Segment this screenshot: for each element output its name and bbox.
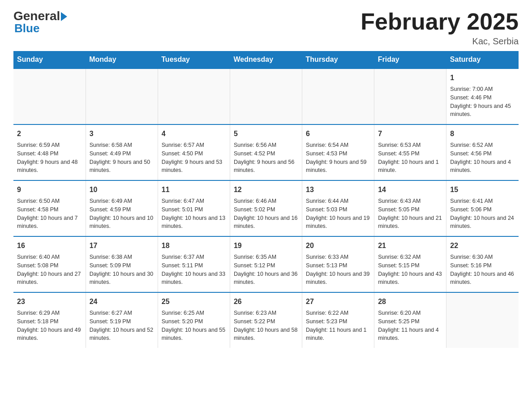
day-number: 8 [450,128,515,139]
calendar-cell: 2Sunrise: 6:59 AMSunset: 4:48 PMDaylight… [13,124,86,180]
day-number: 18 [162,240,226,251]
day-number: 10 [90,184,154,195]
day-info: Sunrise: 6:22 AMSunset: 5:23 PMDaylight:… [306,309,370,342]
weekday-header-monday: Monday [86,51,158,68]
calendar-cell: 15Sunrise: 6:41 AMSunset: 5:06 PMDayligh… [446,180,519,236]
calendar-body: 1Sunrise: 7:00 AMSunset: 4:46 PMDaylight… [13,68,519,348]
header: General Blue February 2025 Kac, Serbia [13,9,519,47]
logo: General Blue [13,9,67,35]
logo-arrow-icon [61,12,67,21]
calendar-cell: 23Sunrise: 6:29 AMSunset: 5:18 PMDayligh… [13,292,86,348]
calendar-cell [230,68,302,124]
calendar-cell: 18Sunrise: 6:37 AMSunset: 5:11 PMDayligh… [158,236,230,292]
day-number: 12 [234,184,298,195]
day-number: 17 [90,240,154,251]
calendar-cell: 22Sunrise: 6:30 AMSunset: 5:16 PMDayligh… [446,236,519,292]
day-info: Sunrise: 6:50 AMSunset: 4:58 PMDaylight:… [17,197,82,231]
day-number: 6 [306,128,370,139]
day-info: Sunrise: 6:35 AMSunset: 5:12 PMDaylight:… [234,253,298,287]
title-block: February 2025 Kac, Serbia [360,9,519,47]
day-info: Sunrise: 6:30 AMSunset: 5:16 PMDaylight:… [450,253,515,287]
day-info: Sunrise: 6:52 AMSunset: 4:56 PMDaylight:… [450,141,515,175]
day-number: 1 [450,73,515,83]
day-info: Sunrise: 6:43 AMSunset: 5:05 PMDaylight:… [378,197,442,231]
day-info: Sunrise: 6:56 AMSunset: 4:52 PMDaylight:… [234,141,298,175]
day-info: Sunrise: 6:37 AMSunset: 5:11 PMDaylight:… [162,253,226,287]
day-info: Sunrise: 6:20 AMSunset: 5:25 PMDaylight:… [378,309,442,342]
calendar-cell: 27Sunrise: 6:22 AMSunset: 5:23 PMDayligh… [302,292,374,348]
day-info: Sunrise: 7:00 AMSunset: 4:46 PMDaylight:… [450,85,515,119]
subtitle: Kac, Serbia [360,36,519,47]
day-info: Sunrise: 6:49 AMSunset: 4:59 PMDaylight:… [90,197,154,231]
day-info: Sunrise: 6:59 AMSunset: 4:48 PMDaylight:… [17,141,82,175]
weekday-header-sunday: Sunday [13,51,86,68]
day-number: 27 [306,296,370,307]
day-number: 25 [162,296,226,307]
calendar-cell [374,68,446,124]
calendar-cell: 11Sunrise: 6:47 AMSunset: 5:01 PMDayligh… [158,180,230,236]
day-info: Sunrise: 6:53 AMSunset: 4:55 PMDaylight:… [378,141,442,175]
calendar-cell: 9Sunrise: 6:50 AMSunset: 4:58 PMDaylight… [13,180,86,236]
day-number: 22 [450,240,515,251]
calendar-cell: 6Sunrise: 6:54 AMSunset: 4:53 PMDaylight… [302,124,374,180]
day-info: Sunrise: 6:25 AMSunset: 5:20 PMDaylight:… [162,309,226,342]
calendar-cell [13,68,86,124]
day-info: Sunrise: 6:46 AMSunset: 5:02 PMDaylight:… [234,197,298,231]
day-info: Sunrise: 6:54 AMSunset: 4:53 PMDaylight:… [306,141,370,175]
day-info: Sunrise: 6:32 AMSunset: 5:15 PMDaylight:… [378,253,442,287]
calendar-week-row: 16Sunrise: 6:40 AMSunset: 5:08 PMDayligh… [13,236,519,292]
calendar-header: SundayMondayTuesdayWednesdayThursdayFrid… [13,51,519,68]
day-number: 11 [162,184,226,195]
day-info: Sunrise: 6:58 AMSunset: 4:49 PMDaylight:… [90,141,154,175]
weekday-header-thursday: Thursday [302,51,374,68]
day-info: Sunrise: 6:27 AMSunset: 5:19 PMDaylight:… [90,309,154,342]
day-info: Sunrise: 6:23 AMSunset: 5:22 PMDaylight:… [234,309,298,342]
calendar-cell: 8Sunrise: 6:52 AMSunset: 4:56 PMDaylight… [446,124,519,180]
calendar-cell: 17Sunrise: 6:38 AMSunset: 5:09 PMDayligh… [86,236,158,292]
day-info: Sunrise: 6:44 AMSunset: 5:03 PMDaylight:… [306,197,370,231]
weekday-header-row: SundayMondayTuesdayWednesdayThursdayFrid… [13,51,519,68]
calendar-cell: 28Sunrise: 6:20 AMSunset: 5:25 PMDayligh… [374,292,446,348]
day-number: 3 [90,128,154,139]
calendar-week-row: 2Sunrise: 6:59 AMSunset: 4:48 PMDaylight… [13,124,519,180]
day-info: Sunrise: 6:38 AMSunset: 5:09 PMDaylight:… [90,253,154,287]
day-number: 23 [17,296,82,307]
day-number: 5 [234,128,298,139]
calendar-cell [302,68,374,124]
day-number: 13 [306,184,370,195]
calendar-cell: 14Sunrise: 6:43 AMSunset: 5:05 PMDayligh… [374,180,446,236]
calendar-cell [86,68,158,124]
calendar-week-row: 1Sunrise: 7:00 AMSunset: 4:46 PMDaylight… [13,68,519,124]
weekday-header-wednesday: Wednesday [230,51,302,68]
day-info: Sunrise: 6:33 AMSunset: 5:13 PMDaylight:… [306,253,370,287]
weekday-header-friday: Friday [374,51,446,68]
calendar-cell: 21Sunrise: 6:32 AMSunset: 5:15 PMDayligh… [374,236,446,292]
weekday-header-tuesday: Tuesday [158,51,230,68]
calendar-cell: 20Sunrise: 6:33 AMSunset: 5:13 PMDayligh… [302,236,374,292]
day-number: 20 [306,240,370,251]
day-number: 26 [234,296,298,307]
day-number: 15 [450,184,515,195]
day-number: 16 [17,240,82,251]
logo-blue-text: Blue [14,21,39,35]
day-info: Sunrise: 6:29 AMSunset: 5:18 PMDaylight:… [17,309,82,342]
day-number: 19 [234,240,298,251]
day-number: 14 [378,184,442,195]
day-number: 7 [378,128,442,139]
calendar-cell: 24Sunrise: 6:27 AMSunset: 5:19 PMDayligh… [86,292,158,348]
calendar-cell: 7Sunrise: 6:53 AMSunset: 4:55 PMDaylight… [374,124,446,180]
calendar-week-row: 9Sunrise: 6:50 AMSunset: 4:58 PMDaylight… [13,180,519,236]
weekday-header-saturday: Saturday [446,51,519,68]
calendar-cell: 12Sunrise: 6:46 AMSunset: 5:02 PMDayligh… [230,180,302,236]
day-number: 21 [378,240,442,251]
day-info: Sunrise: 6:57 AMSunset: 4:50 PMDaylight:… [162,141,226,175]
day-number: 24 [90,296,154,307]
calendar-table: SundayMondayTuesdayWednesdayThursdayFrid… [13,51,519,348]
day-number: 9 [17,184,82,195]
day-number: 28 [378,296,442,307]
calendar-cell: 19Sunrise: 6:35 AMSunset: 5:12 PMDayligh… [230,236,302,292]
day-info: Sunrise: 6:47 AMSunset: 5:01 PMDaylight:… [162,197,226,231]
calendar-cell: 4Sunrise: 6:57 AMSunset: 4:50 PMDaylight… [158,124,230,180]
calendar-week-row: 23Sunrise: 6:29 AMSunset: 5:18 PMDayligh… [13,292,519,348]
calendar-cell: 16Sunrise: 6:40 AMSunset: 5:08 PMDayligh… [13,236,86,292]
